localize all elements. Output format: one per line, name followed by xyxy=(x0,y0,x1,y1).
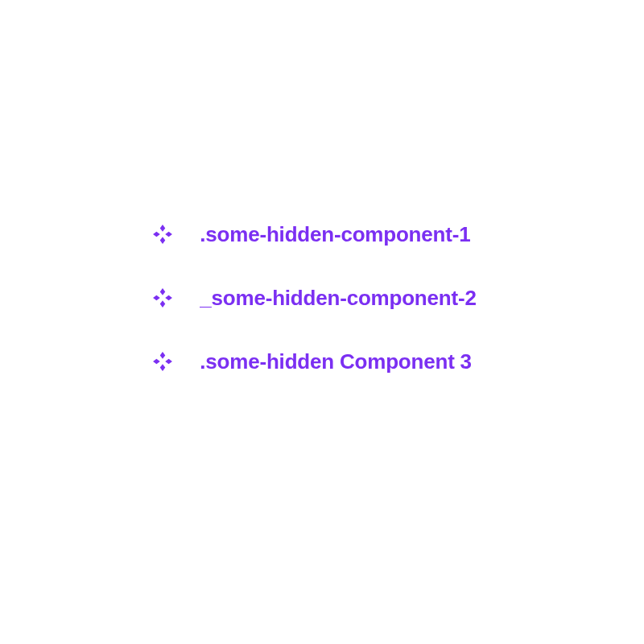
component-label: _some-hidden-component-2 xyxy=(200,286,476,311)
component-label: .some-hidden Component 3 xyxy=(200,349,472,374)
diamond-cluster-icon xyxy=(151,350,174,373)
component-list: .some-hidden-component-1 _some-hidden-co… xyxy=(151,222,476,374)
component-item[interactable]: .some-hidden Component 3 xyxy=(151,349,476,374)
component-item[interactable]: .some-hidden-component-1 xyxy=(151,222,476,247)
component-item[interactable]: _some-hidden-component-2 xyxy=(151,286,476,311)
component-label: .some-hidden-component-1 xyxy=(200,222,470,247)
diamond-cluster-icon xyxy=(151,287,174,309)
diamond-cluster-icon xyxy=(151,223,174,246)
